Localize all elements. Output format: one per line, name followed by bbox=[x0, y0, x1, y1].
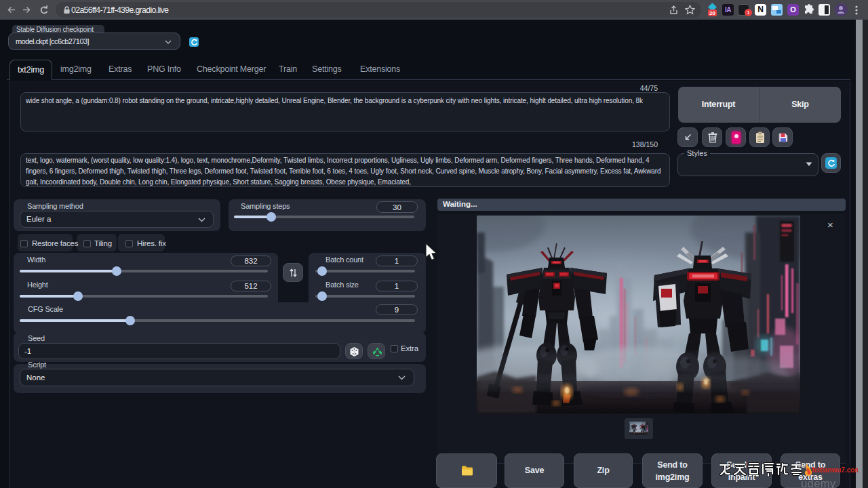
svg-text:feitianwu7.com: feitianwu7.com bbox=[812, 466, 858, 474]
svg-text:20: 20 bbox=[709, 10, 715, 16]
